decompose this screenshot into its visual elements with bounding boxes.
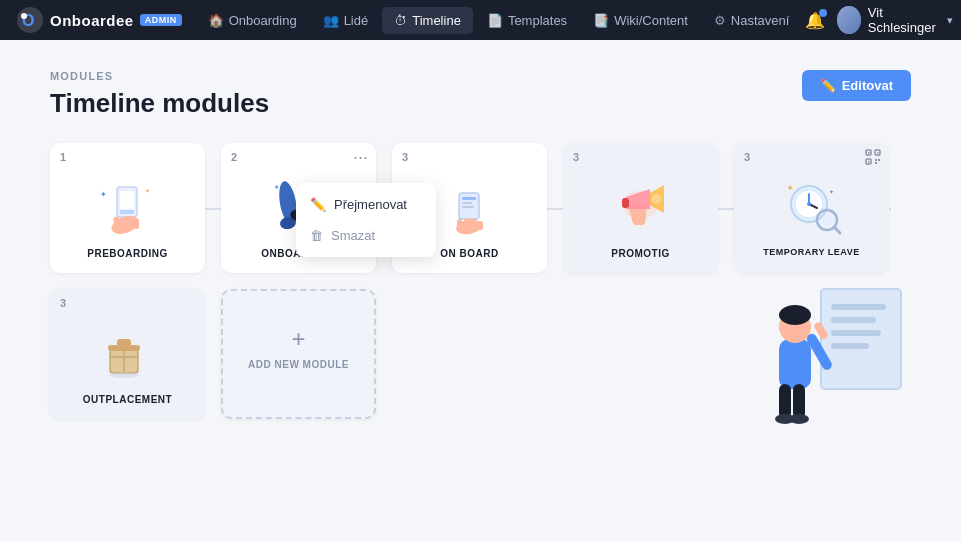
svg-rect-27 (478, 221, 483, 230)
module-menu-button-temp-leave[interactable] (865, 149, 881, 167)
temp-leave-label: TEMPORARY LEAVE (757, 247, 865, 259)
svg-rect-9 (127, 216, 132, 229)
modules-row-2: 3 OUTPLACEMENT + ADD NEW MODULE (50, 289, 911, 419)
svg-rect-25 (464, 218, 469, 230)
main-content: MODULES Timeline modules ✏️ Editovat 1 (0, 40, 961, 439)
svg-rect-24 (457, 219, 462, 230)
svg-text:✦: ✦ (145, 188, 150, 194)
svg-rect-58 (117, 339, 131, 347)
svg-line-50 (834, 227, 840, 233)
nav-wiki[interactable]: 📑 Wiki/Content (581, 7, 700, 34)
svg-point-48 (807, 202, 811, 206)
onboard-icon-area (435, 172, 505, 242)
context-menu: ✏️ Přejmenovat 🗑 Smazat (296, 183, 436, 257)
svg-rect-41 (875, 159, 877, 161)
module-card-temp-leave[interactable]: 3 (734, 143, 889, 273)
brand-logo-icon: O (16, 6, 44, 34)
add-module-label: ADD NEW MODULE (248, 359, 349, 370)
onboard-illustration (437, 175, 502, 240)
edit-icon: ✏️ (820, 78, 836, 93)
user-name: Vit Schlesinger (868, 5, 940, 35)
edit-button[interactable]: ✏️ Editovat (802, 70, 911, 101)
module-number-3a: 3 (402, 151, 408, 163)
svg-rect-5 (120, 210, 134, 214)
svg-rect-20 (462, 197, 476, 200)
module-number-2: 2 (231, 151, 237, 163)
brand-name: Onboardee (50, 12, 134, 29)
nav-nastaveni[interactable]: ⚙ Nastavení (702, 7, 802, 34)
nav-onboarding-label: Onboarding (229, 13, 297, 28)
module-menu-button-onboarding[interactable]: ⋯ (353, 149, 368, 164)
svg-rect-42 (878, 159, 880, 161)
qr-icon (865, 149, 881, 165)
nav-templates-label: Templates (508, 13, 567, 28)
brand: O Onboardee ADMIN (16, 6, 182, 34)
promotig-label: PROMOTIG (611, 248, 669, 259)
nav-templates[interactable]: 📄 Templates (475, 7, 579, 34)
svg-rect-39 (877, 152, 879, 154)
module-card-outplacement[interactable]: 3 OUTPLACEMENT (50, 289, 205, 419)
modules-row-1: 1 ✦ ✦ PREBOARDING (50, 143, 911, 273)
preboarding-illustration: ✦ ✦ (95, 175, 160, 240)
svg-rect-8 (120, 217, 125, 230)
module-number-3c: 3 (744, 151, 750, 163)
add-plus-icon: + (291, 325, 305, 353)
temp-leave-illustration: ★ ✦ (779, 174, 844, 239)
avatar-image (837, 6, 860, 34)
breadcrumb: MODULES (50, 70, 911, 82)
module-card-onboarding[interactable]: 2 ⋯ ✏️ Přejmenovat 🗑 Smazat (221, 143, 376, 273)
rename-label: Přejmenovat (334, 197, 407, 212)
svg-rect-10 (134, 218, 139, 229)
nav-lide[interactable]: 👥 Lidé (311, 7, 381, 34)
svg-text:✦: ✦ (100, 190, 107, 199)
nav-onboarding[interactable]: 🏠 Onboarding (196, 7, 309, 34)
onboarding-nav-icon: 🏠 (208, 13, 224, 28)
preboarding-icon-area: ✦ ✦ (93, 172, 163, 242)
timeline-nav-icon: ⏱ (394, 13, 407, 28)
svg-rect-22 (462, 206, 474, 208)
svg-point-2 (21, 13, 27, 19)
outplacement-illustration (95, 321, 160, 386)
chevron-down-icon: ▾ (947, 14, 953, 27)
svg-text:✦: ✦ (829, 189, 834, 195)
nav-lide-label: Lidé (344, 13, 369, 28)
wiki-nav-icon: 📑 (593, 13, 609, 28)
svg-point-34 (651, 194, 661, 204)
notification-button[interactable]: 🔔 (805, 11, 825, 30)
outplacement-label: OUTPLACEMENT (83, 394, 172, 405)
trash-icon: 🗑 (310, 228, 323, 243)
user-area[interactable]: Vit Schlesinger ▾ (837, 5, 953, 35)
add-module-card[interactable]: + ADD NEW MODULE (221, 289, 376, 419)
onboard-label: ON BOARD (440, 248, 498, 259)
svg-rect-4 (120, 191, 134, 209)
nav-timeline-label: Timeline (412, 13, 461, 28)
outplacement-icon-area (93, 318, 163, 388)
module-number-1: 1 (60, 151, 66, 163)
svg-rect-21 (462, 202, 472, 204)
nav-timeline[interactable]: ⏱ Timeline (382, 7, 473, 34)
templates-nav-icon: 📄 (487, 13, 503, 28)
admin-badge: ADMIN (140, 14, 182, 26)
svg-rect-38 (868, 152, 870, 154)
svg-text:★: ★ (274, 184, 279, 190)
navbar: O Onboardee ADMIN 🏠 Onboarding 👥 Lidé ⏱ … (0, 0, 961, 40)
module-card-preboarding[interactable]: 1 ✦ ✦ PREBOARDING (50, 143, 205, 273)
context-delete[interactable]: 🗑 Smazat (296, 220, 436, 251)
promotig-illustration (608, 175, 673, 240)
svg-rect-40 (868, 161, 870, 163)
svg-text:★: ★ (787, 184, 793, 191)
module-card-promotig[interactable]: 3 PROMOTIG (563, 143, 718, 273)
module-number-3d: 3 (60, 297, 66, 309)
nav-items: 🏠 Onboarding 👥 Lidé ⏱ Timeline 📄 Templat… (196, 7, 802, 34)
nav-nastaveni-label: Nastavení (731, 13, 790, 28)
context-rename[interactable]: ✏️ Přejmenovat (296, 189, 436, 220)
pencil-icon: ✏️ (310, 197, 326, 212)
svg-rect-32 (622, 198, 629, 208)
preboarding-label: PREBOARDING (87, 248, 168, 259)
module-number-3b: 3 (573, 151, 579, 163)
temp-leave-icon-area: ★ ✦ (777, 171, 847, 241)
svg-point-59 (109, 372, 139, 378)
nastaveni-nav-icon: ⚙ (714, 13, 726, 28)
delete-label: Smazat (331, 228, 375, 243)
notification-dot (819, 9, 827, 17)
